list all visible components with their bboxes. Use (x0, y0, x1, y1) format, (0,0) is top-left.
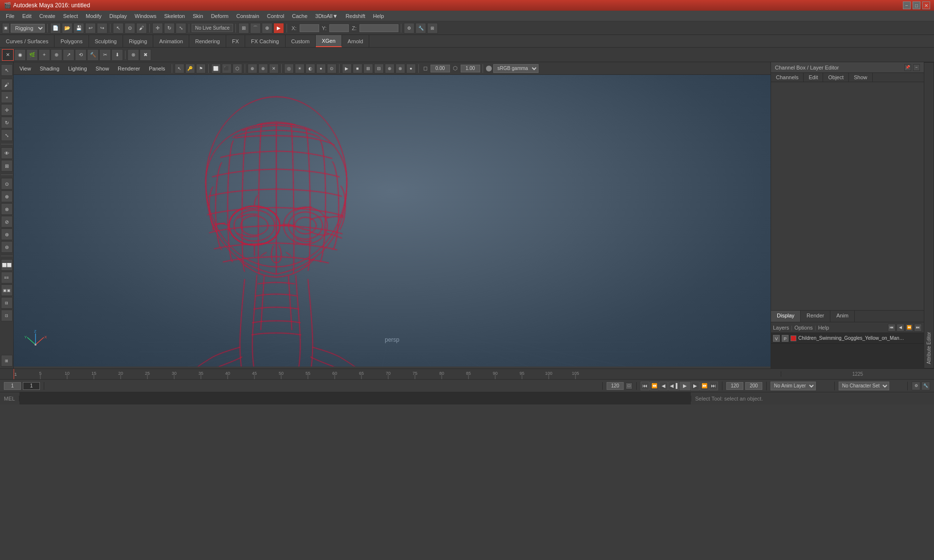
tab-arnold[interactable]: Arnold (342, 35, 370, 47)
xgen-btn-7[interactable]: ⟲ (75, 49, 87, 61)
cb-tab-edit[interactable]: Edit (804, 73, 823, 82)
tab-polygons[interactable]: Polygons (54, 35, 89, 47)
le-help-btn[interactable]: Help (818, 325, 829, 331)
next-frame-button[interactable]: ▶ (691, 382, 700, 390)
le-end-btn[interactable]: ⏭ (914, 324, 922, 332)
scale-button[interactable]: ⤡ (1, 129, 13, 141)
vp-smooth-btn[interactable]: ⬛ (222, 64, 232, 73)
xgen-btn-5[interactable]: ⊕ (51, 49, 62, 61)
left-tool-2[interactable]: ≡≡ (1, 272, 13, 283)
xgen-btn-1[interactable]: ✕ (2, 49, 14, 61)
viewport-menu-show[interactable]: Show (92, 65, 113, 72)
select-tool-button[interactable]: ↖ (113, 23, 124, 34)
sculpt-button[interactable]: ⚬ (1, 91, 13, 103)
select-mode-button[interactable]: ↖ (1, 64, 13, 76)
redo-button[interactable]: ↪ (97, 23, 108, 34)
vp-ao-btn[interactable]: ● (316, 64, 326, 73)
char-set-select[interactable]: No Character Set (839, 382, 889, 390)
xgen-btn-3[interactable]: 🌿 (26, 49, 38, 61)
left-render-btn-1[interactable]: ⊙ (1, 178, 13, 190)
gamma-selector[interactable]: sRGB gamma (493, 64, 539, 73)
vp-snap-btn[interactable]: ⊕ (248, 64, 257, 73)
tab-rigging[interactable]: Rigging (123, 35, 153, 47)
vp-val2-input[interactable] (461, 65, 480, 72)
xgen-btn-4[interactable]: + (38, 49, 50, 61)
goto-end-button[interactable]: ⏭ (709, 382, 718, 390)
xgen-btn-9[interactable]: ✂ (99, 49, 111, 61)
vp-x-btn[interactable]: ✕ (269, 64, 279, 73)
vp-toggle-btn[interactable]: ⊗ (258, 64, 268, 73)
end-frame-input[interactable] (607, 382, 624, 390)
attribute-editor-side-tab[interactable]: Attribute Editor (924, 62, 934, 368)
tab-rendering[interactable]: Rendering (189, 35, 226, 47)
paint-mode-button[interactable]: 🖌 (1, 79, 13, 90)
module-dropdown[interactable]: Rigging (11, 24, 45, 33)
menu-skin[interactable]: Skin (189, 12, 207, 20)
left-render-btn-2[interactable]: ⊕ (1, 191, 13, 202)
vp-bookmark-btn[interactable]: ⚑ (196, 64, 206, 73)
snap-curve-button[interactable]: ⌒ (250, 23, 261, 34)
menu-help[interactable]: Help (369, 12, 388, 20)
vp-misc-6[interactable]: ⊗ (395, 64, 405, 73)
channel-box-minimize[interactable]: − (913, 64, 920, 71)
close-button[interactable]: ✕ (922, 1, 930, 9)
no-live-surface-label[interactable]: No Live Surface (192, 24, 233, 32)
z-value-input[interactable] (359, 24, 398, 32)
bottom-icon-1[interactable]: ⚙ (912, 382, 920, 390)
layer-vp-button[interactable]: V (773, 335, 780, 342)
prev-key-button[interactable]: ⏪ (650, 382, 659, 390)
range-end-input[interactable] (726, 382, 743, 390)
left-render-btn-6[interactable]: ⊜ (1, 241, 13, 253)
vp-misc-4[interactable]: ⊟ (374, 64, 384, 73)
range-end2-input[interactable] (745, 382, 762, 390)
vp-misc-5[interactable]: ⊕ (385, 64, 395, 73)
play-back-button[interactable]: ◀▐ (668, 382, 679, 390)
vp-wire-btn[interactable]: ⬡ (233, 64, 242, 73)
grid-button[interactable]: ⊞ (1, 160, 13, 172)
maximize-button[interactable]: □ (913, 1, 920, 9)
viewport-menu-view[interactable]: View (16, 65, 35, 72)
anim-layer-select[interactable]: No Anim Layer (771, 382, 816, 390)
viewport-menu-renderer[interactable]: Renderer (114, 65, 144, 72)
goto-start-button[interactable]: ⏮ (641, 382, 649, 390)
le-tab-render[interactable]: Render (801, 311, 830, 322)
menu-control[interactable]: Control (263, 12, 288, 20)
menu-display[interactable]: Display (106, 12, 131, 20)
viewport-menu-panels[interactable]: Panels (145, 65, 169, 72)
move-button[interactable]: ✛ (1, 104, 13, 116)
mel-input[interactable] (19, 392, 691, 404)
menu-windows[interactable]: Windows (131, 12, 161, 20)
tab-sculpting[interactable]: Sculpting (89, 35, 123, 47)
layout-button[interactable]: ⊞ (427, 23, 438, 34)
le-back-btn[interactable]: ◀ (897, 324, 904, 332)
snap-point-button[interactable]: ⊕ (262, 23, 272, 34)
minimize-button[interactable]: − (903, 1, 911, 9)
tab-fx-caching[interactable]: FX Caching (245, 35, 285, 47)
paint-select-button[interactable]: 🖌 (136, 23, 147, 34)
left-tool-4[interactable]: ⊟ (1, 297, 13, 309)
menu-select[interactable]: Select (59, 12, 82, 20)
vp-misc-1[interactable]: ▶ (342, 64, 352, 73)
save-scene-button[interactable]: 💾 (73, 23, 84, 34)
xgen-btn-12[interactable]: ✖ (140, 49, 151, 61)
next-key-button[interactable]: ⏩ (700, 382, 709, 390)
menu-3dtoa[interactable]: 3DtoAll▼ (311, 12, 341, 20)
viewport-menu-shading[interactable]: Shading (36, 65, 63, 72)
le-layers-btn[interactable]: Layers (773, 325, 789, 331)
xgen-btn-8[interactable]: 🔨 (87, 49, 99, 61)
le-tab-anim[interactable]: Anim (830, 311, 855, 322)
left-render-btn-4[interactable]: ⊘ (1, 216, 13, 228)
frame-input-toggle[interactable]: □ (626, 383, 632, 389)
vp-select-btn[interactable]: ↖ (175, 64, 184, 73)
undo-button[interactable]: ↩ (85, 23, 96, 34)
construction-history-button[interactable]: ⚙ (404, 23, 414, 34)
menu-deform[interactable]: Deform (207, 12, 233, 20)
le-new-btn[interactable]: ⏮ (888, 324, 896, 332)
y-value-input[interactable] (329, 24, 349, 32)
left-render-btn-5[interactable]: ⊛ (1, 228, 13, 240)
vp-misc-3[interactable]: ⊞ (363, 64, 373, 73)
le-fwd-btn[interactable]: ⏪ (905, 324, 913, 332)
render-settings-button[interactable]: 🔧 (415, 23, 426, 34)
cb-tab-channels[interactable]: Channels (771, 73, 804, 82)
xgen-btn-6[interactable]: ↗ (63, 49, 74, 61)
